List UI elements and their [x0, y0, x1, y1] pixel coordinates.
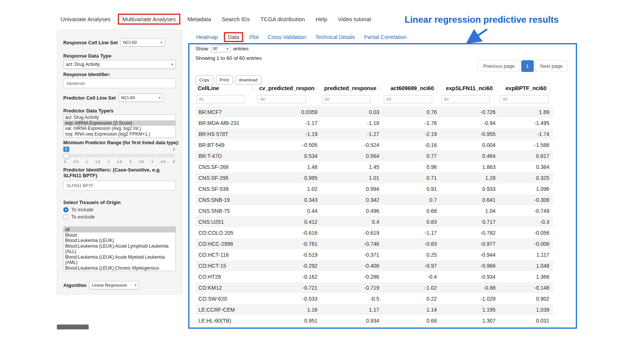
nav-item-search-ids[interactable]: Search IDs — [216, 14, 255, 25]
slider-track[interactable] — [64, 154, 175, 157]
table-header-row: CellLine↑↓cv_predicted_response↑↓predict… — [195, 82, 553, 94]
table-row: LE:CCRF-CEM1.161.171.141.1951.039 — [195, 304, 553, 315]
response-cell-line-set-select[interactable]: NCI-60 ▾ — [120, 38, 165, 47]
slider-tick-3: 3 — [130, 159, 131, 164]
response-cell-line-set-row: Response Cell Line Set NCI-60 ▾ — [63, 38, 176, 47]
cell-value: 0.464 — [441, 150, 499, 161]
cell-value: -1.17 — [257, 117, 321, 128]
cell-line-name: CO:SW-620 — [195, 293, 257, 304]
tab-data[interactable]: Data — [224, 32, 244, 42]
predictor-type-option-exp-mrna-expression-z-score[interactable]: exp: mRNA Expression (Z-Score) — [64, 120, 175, 126]
show-entries-select[interactable]: 60 ▾ — [211, 45, 231, 52]
predictor-identifiers-input[interactable] — [63, 181, 176, 190]
cell-line-name: CNS:SF-295 — [195, 172, 257, 183]
predictor-type-option-xsq-rna-seq-expression-log2-fpkm-1[interactable]: xsq: RNA-seq Expression (log2 FPKM+1.) — [64, 131, 175, 137]
slider-handle[interactable] — [63, 153, 70, 159]
nav-item-tcga-distribution[interactable]: TCGA distribution — [255, 14, 310, 25]
page: Univariate AnalysesMultivariate Analyses… — [0, 0, 644, 362]
table-row: BR:MCF70.03590.030.76-0.7261.89 — [195, 106, 553, 117]
cell-value: -0.934 — [441, 271, 499, 282]
cell-value: 0.717 — [441, 216, 499, 227]
cell-value: 0.44 — [257, 205, 321, 216]
tab-heatmap[interactable]: Heatmap — [192, 32, 222, 42]
column-header-cv-predicted-response[interactable]: cv_predicted_response↑↓ — [257, 82, 321, 94]
cell-value: 0.412 — [257, 216, 321, 227]
filter-input-act609699-nci60[interactable] — [384, 95, 432, 103]
response-data-type-select[interactable]: act: Drug Activity ▾ — [63, 60, 176, 69]
tissue-option-blood-leukemia-leuk-chronic-myelogenous-leukemia-cml[interactable]: Blood:Leukemia (LEUK):Chronic Myelogenou… — [64, 265, 175, 272]
algorithm-value: Linear Regression — [92, 283, 127, 287]
sort-icon: ↑↓ — [548, 86, 551, 90]
nav-item-video-tutorial[interactable]: Video tutorial — [333, 14, 376, 25]
tab-plot[interactable]: Plot — [245, 32, 263, 42]
page-1-button[interactable]: 1 — [521, 60, 534, 72]
cell-value: 0.994 — [321, 183, 383, 194]
column-header-expslfn11-nci60[interactable]: expSLFN11_nci60↑↓ — [441, 82, 499, 94]
column-header-label: act609699_nci60 — [391, 85, 434, 91]
cell-value: -1.495 — [499, 117, 553, 128]
filter-input-expslfn11-nci60[interactable] — [441, 95, 490, 103]
cell-value: -0.292 — [257, 260, 321, 271]
tissue-option-blood[interactable]: Blood — [64, 232, 175, 238]
cell-value: 0.03 — [321, 106, 383, 117]
next-page-button[interactable]: Next page — [535, 60, 567, 72]
cell-value: -0.719 — [321, 282, 383, 293]
nav-item-univariate-analyses[interactable]: Univariate Analyses — [61, 14, 116, 25]
tissue-option-blood-leukemia-leuk-acute-lymphoid-leukemia-all[interactable]: Blood:Leukemia (LEUK):Acute Lymphoid Leu… — [64, 243, 175, 254]
slider-tick-4: 4 — [151, 159, 153, 164]
minimum-predictor-range-slider[interactable]: 0 5 00.511.522.533.544.55 — [63, 147, 176, 165]
cell-value: -1.02 — [383, 282, 441, 293]
tissue-option-blood-leukemia-leuk[interactable]: Blood:Leukemia (LEUK) — [64, 238, 175, 243]
predictor-cell-line-set-row: Predictor Cell Line Set NCI-60 ▾ — [63, 94, 176, 102]
filter-input-cellline[interactable] — [196, 95, 245, 103]
tissue-listbox[interactable]: allBloodBlood:Leukemia (LEUK)Blood:Leuke… — [63, 226, 176, 271]
column-header-expbptf-nci60[interactable]: expBPTF_nci60↑↓ — [499, 82, 553, 94]
cell-line-name: BR:MDA-MB-231 — [195, 117, 257, 128]
response-identifier-input[interactable] — [63, 78, 176, 88]
radio-to-include[interactable]: To include — [63, 207, 176, 212]
cell-value: 0.817 — [499, 150, 553, 161]
tissue-option-all[interactable]: all — [64, 227, 175, 232]
tab-technical-details[interactable]: Technical Details — [311, 32, 360, 42]
cell-value: 0.641 — [441, 194, 499, 205]
predictor-type-option-act-drug-activity[interactable]: act: Drug Activity — [64, 115, 175, 120]
table-row: CO:HCC-2998-0.761-0.746-0.83-0.977-0.006 — [195, 238, 553, 249]
filter-input-expbptf-nci60[interactable] — [500, 95, 549, 103]
previous-page-button[interactable]: Previous page — [478, 60, 519, 72]
tab-cross-validation[interactable]: Cross-Validation — [263, 32, 311, 42]
radio-to-exclude[interactable]: To exclude — [63, 214, 176, 220]
tissue-option-blood-leukemia-leuk-acute-myeloid-leukemia-aml[interactable]: Blood:Leukemia (LEUK):Acute Myeloid Leuk… — [64, 254, 175, 265]
column-header-act609699-nci60[interactable]: act609699_nci60↑↓ — [383, 82, 441, 94]
column-header-inner: predicted_response↑↓ — [324, 85, 381, 91]
cell-value: 1.048 — [499, 260, 553, 271]
cell-value: 0.564 — [321, 150, 383, 161]
cell-value: 1.48 — [257, 161, 321, 172]
chevron-down-icon: ▾ — [159, 96, 161, 100]
cell-line-name: CNS:SNB-75 — [195, 205, 257, 216]
data-panel: Show 60 ▾ entries Showing 1 to 60 of 60 … — [188, 43, 577, 329]
predictor-type-option-xai-mrna-expression-avg-log2-int[interactable]: xai: mRNA Expression (Avg. log2 Int.) — [64, 126, 175, 131]
algorithm-select[interactable]: Linear Regression ▾ — [89, 281, 139, 289]
cell-value: -0.761 — [257, 238, 321, 249]
response-cell-line-set-value: NCI-60 — [123, 40, 137, 45]
predictor-data-type-listbox[interactable]: act: Drug Activityexp: mRNA Expression (… — [63, 114, 176, 138]
cell-value: 0.68 — [383, 315, 441, 326]
column-header-inner: act609699_nci60↑↓ — [385, 85, 438, 91]
sidebar: Response Cell Line Set NCI-60 ▾ Response… — [57, 30, 182, 295]
tab-partial-correlation[interactable]: Partial Correlation — [360, 32, 411, 42]
cell-value: -0.88 — [441, 282, 499, 293]
table-row: CNS:SF-2681.481.450.961.8630.384 — [195, 161, 553, 172]
cell-value: 0.68 — [383, 205, 441, 216]
cell-line-name: BR:MCF7 — [195, 106, 257, 117]
filter-input-predicted-response[interactable] — [322, 95, 370, 103]
column-header-predicted-response[interactable]: predicted_response↑↓ — [321, 82, 383, 94]
predictor-cell-line-set-select[interactable]: NCI-60 ▾ — [119, 94, 163, 102]
cell-value: 0.384 — [499, 161, 553, 172]
cell-value: -0.782 — [441, 227, 499, 238]
nav-item-multivariate-analyses[interactable]: Multivariate Analyses — [118, 14, 180, 25]
nav-item-help[interactable]: Help — [310, 14, 333, 25]
nav-item-metadata[interactable]: Metadata — [182, 14, 217, 25]
column-header-cellline[interactable]: CellLine↑↓ — [195, 82, 257, 94]
filter-input-cv-predicted-response[interactable] — [258, 95, 306, 103]
cell-line-name: CO:KM12 — [195, 282, 257, 293]
